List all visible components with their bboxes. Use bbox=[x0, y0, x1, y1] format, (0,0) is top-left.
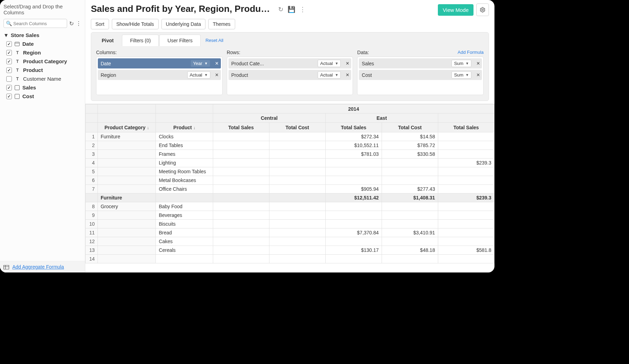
value-cell bbox=[382, 167, 438, 176]
value-cell bbox=[269, 132, 325, 141]
pivot-grid[interactable]: 2014CentralEastProduct Category↓Product↓… bbox=[85, 104, 494, 272]
value-cell bbox=[269, 228, 325, 237]
column-label: Cost bbox=[22, 93, 34, 99]
field-pill[interactable]: CostSum▼✕ bbox=[359, 70, 482, 80]
column-checkbox[interactable] bbox=[6, 85, 12, 90]
value-cell bbox=[213, 237, 269, 246]
sidebar: Select/Drag and Drop the Columns 🔍 ↻ ⋮ ▼… bbox=[0, 0, 85, 272]
remove-pill-icon[interactable]: ✕ bbox=[474, 70, 482, 80]
field-pill[interactable]: ProductActual▼✕ bbox=[229, 70, 352, 80]
tab-pivot[interactable]: Pivot bbox=[94, 35, 121, 46]
column-checkbox[interactable] bbox=[6, 59, 12, 64]
value-cell bbox=[213, 211, 269, 220]
table-row: 10Biscuits bbox=[86, 220, 494, 228]
column-type-icon: T bbox=[15, 77, 20, 81]
underlying-data-button[interactable]: Underlying Data bbox=[161, 19, 205, 29]
reset-all-link[interactable]: Reset All bbox=[205, 38, 223, 43]
search-columns-input[interactable]: 🔍 bbox=[3, 19, 67, 28]
row-number: 2 bbox=[86, 141, 98, 150]
add-aggregate-formula-link[interactable]: Add Aggregate Formula bbox=[12, 264, 64, 270]
tab-filters[interactable]: Filters (0) bbox=[122, 35, 159, 46]
tab-user-filters[interactable]: User Filters bbox=[159, 35, 201, 46]
field-pill[interactable]: RegionActual▼✕ bbox=[98, 70, 221, 80]
column-checkbox[interactable] bbox=[6, 41, 12, 47]
field-pill[interactable]: SalesSum▼✕ bbox=[359, 58, 482, 68]
column-item[interactable]: TRegion bbox=[3, 48, 81, 57]
refresh-icon[interactable]: ↻ bbox=[278, 6, 283, 13]
chevron-down-icon: ▼ bbox=[335, 61, 338, 65]
pill-option-select[interactable]: Sum▼ bbox=[451, 71, 471, 79]
column-checkbox[interactable] bbox=[6, 50, 12, 56]
pill-option-select[interactable]: Actual▼ bbox=[187, 71, 210, 79]
measure-header[interactable]: Total Cost bbox=[382, 123, 438, 132]
column-item[interactable]: TCustomer Name bbox=[3, 74, 81, 83]
rows-dropzone[interactable]: Product Cate...Actual▼✕ProductActual▼✕ bbox=[227, 57, 353, 95]
value-cell bbox=[269, 167, 325, 176]
columns-zone-label: Columns: bbox=[96, 50, 117, 55]
data-zone-label: Data: bbox=[357, 50, 369, 55]
product-cell: Bread bbox=[156, 228, 213, 237]
value-cell: $130.17 bbox=[325, 246, 382, 255]
add-formula-link[interactable]: Add Formula bbox=[458, 50, 484, 55]
save-icon[interactable]: 💾 bbox=[288, 6, 295, 13]
column-item[interactable]: TProduct bbox=[3, 66, 81, 74]
value-cell bbox=[213, 176, 269, 185]
measure-header[interactable]: Total Sales bbox=[213, 123, 269, 132]
pill-field-name: Product Cate... bbox=[231, 61, 316, 66]
column-item[interactable]: Cost bbox=[3, 92, 81, 101]
remove-pill-icon[interactable]: ✕ bbox=[344, 58, 351, 68]
remove-pill-icon[interactable]: ✕ bbox=[213, 58, 221, 68]
data-dropzone[interactable]: SalesSum▼✕CostSum▼✕ bbox=[357, 57, 484, 95]
pill-option-select[interactable]: Sum▼ bbox=[451, 60, 471, 67]
pill-field-name: Date bbox=[101, 61, 188, 66]
measure-header[interactable]: Total Sales bbox=[325, 123, 382, 132]
column-checkbox[interactable] bbox=[6, 94, 12, 99]
field-pill[interactable]: Product Cate...Actual▼✕ bbox=[229, 58, 352, 68]
value-cell bbox=[213, 228, 269, 237]
measure-header[interactable]: Total Sales bbox=[438, 123, 494, 132]
value-cell bbox=[438, 211, 494, 220]
category-cell bbox=[97, 228, 156, 237]
settings-button[interactable] bbox=[476, 3, 489, 16]
columns-more-icon[interactable]: ⋮ bbox=[76, 20, 81, 27]
column-checkbox[interactable] bbox=[6, 76, 12, 82]
value-cell bbox=[382, 176, 438, 185]
chevron-down-icon: ▼ bbox=[465, 61, 469, 65]
refresh-columns-icon[interactable]: ↻ bbox=[69, 20, 74, 27]
column-item[interactable]: Sales bbox=[3, 83, 81, 92]
show-hide-totals-button[interactable]: Show/Hide Totals bbox=[112, 19, 159, 29]
column-type-icon: T bbox=[15, 50, 20, 55]
category-cell bbox=[97, 220, 156, 228]
remove-pill-icon[interactable]: ✕ bbox=[474, 58, 482, 68]
more-options-icon[interactable]: ⋮ bbox=[299, 6, 306, 13]
remove-pill-icon[interactable]: ✕ bbox=[213, 70, 221, 80]
columns-dropzone[interactable]: DateYear▼✕RegionActual▼✕ bbox=[96, 57, 223, 95]
subtotal-cell: $1,408.31 bbox=[382, 194, 438, 202]
pill-option-label: Sum bbox=[454, 61, 463, 66]
column-item[interactable]: TProduct Category bbox=[3, 57, 81, 66]
table-row: 9Beverages bbox=[86, 211, 494, 220]
pill-field-name: Product bbox=[231, 72, 316, 78]
field-pill[interactable]: DateYear▼✕ bbox=[98, 58, 221, 68]
measure-header[interactable]: Total Cost bbox=[269, 123, 325, 132]
pill-option-select[interactable]: Actual▼ bbox=[318, 60, 341, 67]
value-cell bbox=[438, 202, 494, 211]
pill-option-select[interactable]: Year▼ bbox=[190, 60, 210, 67]
sort-button[interactable]: Sort bbox=[91, 19, 109, 29]
remove-pill-icon[interactable]: ✕ bbox=[344, 70, 351, 80]
themes-button[interactable]: Themes bbox=[208, 19, 235, 29]
view-mode-button[interactable]: View Mode bbox=[438, 4, 473, 16]
pill-option-select[interactable]: Actual▼ bbox=[318, 71, 341, 79]
chevron-down-icon: ▼ bbox=[3, 32, 9, 38]
product-header[interactable]: Product↓ bbox=[156, 123, 213, 132]
table-row: 5Meeting Room Tables bbox=[86, 167, 494, 176]
value-cell bbox=[382, 237, 438, 246]
category-header[interactable]: Product Category↓ bbox=[97, 123, 156, 132]
category-cell bbox=[97, 211, 156, 220]
search-columns-field[interactable] bbox=[13, 21, 65, 26]
column-checkbox[interactable] bbox=[6, 67, 12, 73]
column-item[interactable]: Date bbox=[3, 39, 81, 48]
column-group[interactable]: ▼ Store Sales bbox=[3, 31, 81, 39]
value-cell bbox=[213, 132, 269, 141]
value-cell: $10,552.11 bbox=[325, 141, 382, 150]
